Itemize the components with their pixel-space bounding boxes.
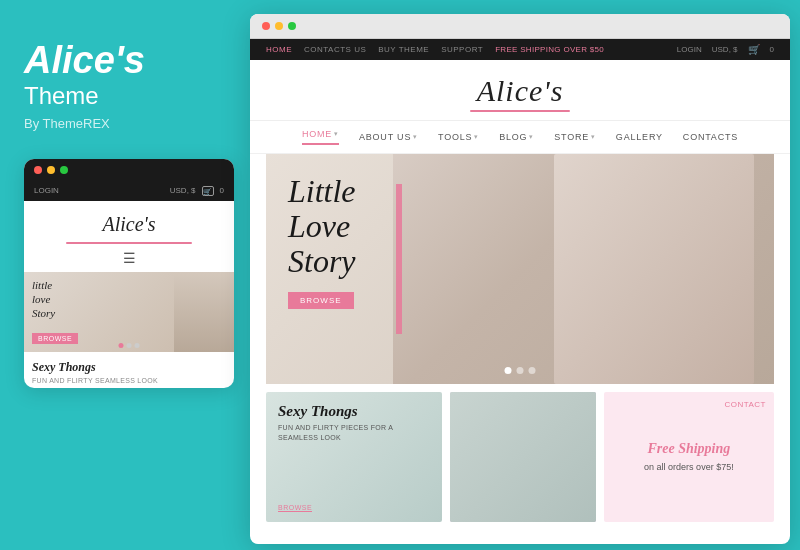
dot-red — [34, 166, 42, 174]
hero-line2: Love — [288, 209, 356, 244]
browser-dot-yellow — [275, 22, 283, 30]
mobile-hero-text: little love Story — [32, 278, 55, 321]
nav-about-chevron: ▾ — [413, 133, 418, 141]
free-shipping-sub: on all orders over $75! — [644, 461, 734, 474]
nav-tools-chevron: ▾ — [474, 133, 479, 141]
bottom-section-thongs: Sexy Thongs FUN AND FLIRTY PIECES FOR A … — [266, 392, 442, 522]
free-shipping-title: Free Shipping — [647, 441, 730, 457]
nav-home-chevron: ▾ — [334, 130, 339, 138]
desktop-topbar-nav: HOME CONTACTS US BUY THEME SUPPORT FREE … — [266, 45, 604, 54]
mobile-section2-title: Sexy Thongs — [32, 360, 226, 375]
hero-dot-1 — [119, 343, 124, 348]
desktop-logo-area: Alice's — [250, 60, 790, 121]
mobile-hero: little love Story BROWSE — [24, 272, 234, 352]
section1-browse[interactable]: BROWSE — [278, 504, 312, 512]
nav-about[interactable]: ABOUT US ▾ — [359, 132, 418, 142]
section1-title: Sexy Thongs — [278, 402, 398, 420]
brand-subtitle: Theme — [24, 82, 224, 110]
desktop-logo-underline — [470, 110, 570, 112]
topbar-free-shipping: FREE SHIPPING OVER $50 — [495, 45, 604, 54]
dot-green — [60, 166, 68, 174]
desktop-nav: HOME ▾ ABOUT US ▾ TOOLS ▾ BLOG ▾ STORE ▾… — [250, 121, 790, 154]
nav-gallery[interactable]: GALLERY — [616, 132, 663, 142]
nav-store[interactable]: STORE ▾ — [554, 132, 596, 142]
mobile-currency: USD, $ 🛒 0 — [170, 186, 224, 196]
mobile-cart-icon: 🛒 — [202, 186, 214, 196]
browser-titlebar — [250, 14, 790, 39]
topbar-login[interactable]: LOGIN — [677, 45, 702, 54]
brand-by: By ThemeREX — [24, 116, 224, 131]
mobile-browse-button[interactable]: BROWSE — [32, 333, 78, 344]
nav-tools[interactable]: TOOLS ▾ — [438, 132, 479, 142]
bottom-section-free-shipping: CONTACT Free Shipping on all orders over… — [604, 392, 774, 522]
browser-dot-red — [262, 22, 270, 30]
hero-pagination-dots — [505, 367, 536, 374]
desktop-logo: Alice's — [250, 74, 790, 108]
mobile-topbar: LOGIN USD, $ 🛒 0 — [24, 181, 234, 201]
browser-dot-green — [288, 22, 296, 30]
nav-blog-chevron: ▾ — [529, 133, 534, 141]
hero-text-block: Little Love Story BROWSE — [288, 174, 356, 309]
mobile-section2-sub: FUN AND FLIRTY SEAMLESS LOOK — [32, 377, 226, 384]
hero-pink-accent — [396, 184, 402, 334]
hero-dot-2 — [127, 343, 132, 348]
brand-title: Alice's — [24, 40, 224, 82]
mobile-titlebar — [24, 159, 234, 181]
desktop-hero: Little Love Story BROWSE — [266, 154, 774, 384]
hero-figure-image — [554, 154, 754, 384]
nav-home[interactable]: HOME ▾ — [302, 129, 339, 145]
section1-text: Sexy Thongs FUN AND FLIRTY PIECES FOR A … — [278, 402, 398, 443]
desktop-topbar: HOME CONTACTS US BUY THEME SUPPORT FREE … — [250, 39, 790, 60]
nav-contacts[interactable]: CONTACTS — [683, 132, 738, 142]
contact-label: CONTACT — [724, 400, 766, 409]
mobile-login: LOGIN — [34, 186, 59, 195]
hdot-3[interactable] — [529, 367, 536, 374]
hero-browse-button[interactable]: BROWSE — [288, 292, 354, 309]
hero-line3: Story — [288, 244, 356, 279]
topbar-cart-count: 0 — [770, 45, 774, 54]
mobile-hero-dots — [119, 343, 140, 348]
topbar-home[interactable]: HOME — [266, 45, 292, 54]
topbar-contacts[interactable]: CONTACTS US — [304, 45, 366, 54]
hdot-1[interactable] — [505, 367, 512, 374]
topbar-buy-theme[interactable]: BUY THEME — [378, 45, 429, 54]
desktop-browser: HOME CONTACTS US BUY THEME SUPPORT FREE … — [250, 14, 790, 544]
nav-blog[interactable]: BLOG ▾ — [499, 132, 534, 142]
topbar-cart-icon[interactable]: 🛒 — [748, 44, 760, 55]
topbar-currency: USD, $ — [712, 45, 738, 54]
mobile-logo: Alice's — [24, 201, 234, 242]
section1-sub: FUN AND FLIRTY PIECES FOR A SEAMLESS LOO… — [278, 423, 398, 443]
left-panel: Alice's Theme By ThemeREX LOGIN USD, $ 🛒… — [0, 0, 248, 550]
dot-yellow — [47, 166, 55, 174]
hdot-2[interactable] — [517, 367, 524, 374]
hero-dot-3 — [135, 343, 140, 348]
mobile-logo-underline — [66, 242, 192, 244]
mobile-preview-card: LOGIN USD, $ 🛒 0 Alice's ☰ little love S… — [24, 159, 234, 388]
mobile-hero-image — [174, 272, 234, 352]
bottom-section-image — [450, 392, 596, 522]
mobile-section2: Sexy Thongs FUN AND FLIRTY SEAMLESS LOOK — [24, 352, 234, 388]
desktop-topbar-right: LOGIN USD, $ 🛒 0 — [677, 44, 774, 55]
desktop-bottom-sections: Sexy Thongs FUN AND FLIRTY PIECES FOR A … — [266, 392, 774, 522]
hero-line1: Little — [288, 174, 356, 209]
mobile-hamburger-icon[interactable]: ☰ — [24, 250, 234, 266]
topbar-support[interactable]: SUPPORT — [441, 45, 483, 54]
nav-store-chevron: ▾ — [591, 133, 596, 141]
